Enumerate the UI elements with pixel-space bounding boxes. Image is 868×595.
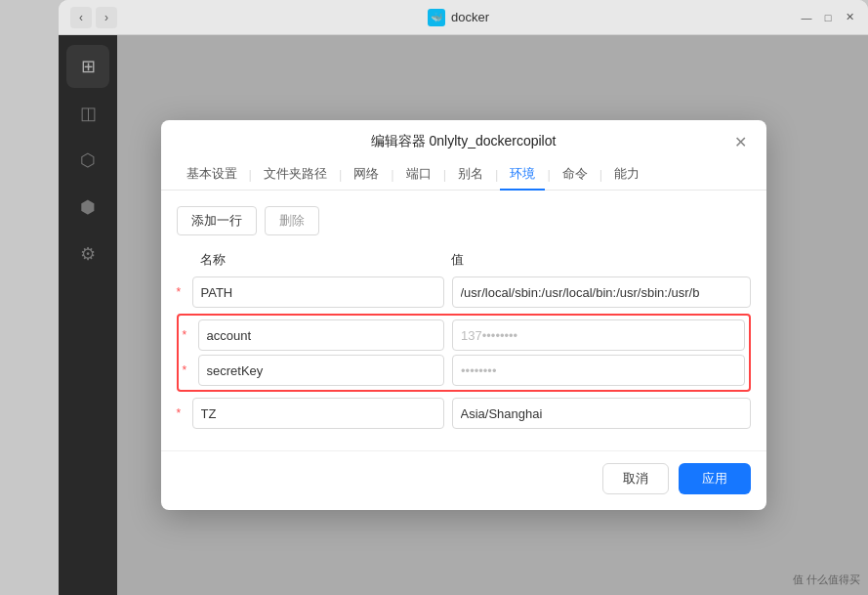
close-window-button[interactable]: ✕ [843, 11, 856, 24]
action-row: 添加一行 删除 [177, 206, 751, 235]
docker-logo: 🐳 [428, 9, 445, 26]
nav-forward[interactable]: › [96, 7, 117, 28]
window-controls: — □ ✕ [800, 11, 856, 24]
maximize-button[interactable]: □ [821, 11, 835, 24]
env-value-input-account[interactable] [452, 319, 744, 351]
modal-body: 添加一行 删除 名称 值 * [161, 191, 766, 450]
table-row: * [177, 276, 751, 308]
required-indicator: * [177, 406, 185, 420]
tab-basic[interactable]: 基本设置 [177, 159, 247, 191]
env-name-input-tz[interactable] [192, 398, 444, 429]
tab-network[interactable]: 网络 [344, 159, 389, 191]
app-background: ⊞ ◫ ⬡ ⬢ ⚙ 编辑容器 0nlylty_dockercopilot ✕ 基… [59, 35, 868, 595]
modal-title-bar: 编辑容器 0nlylty_dockercopilot ✕ [161, 120, 766, 151]
minimize-button[interactable]: — [800, 11, 813, 24]
tab-sep-5: | [493, 167, 500, 182]
cancel-button[interactable]: 取消 [602, 463, 669, 494]
tab-sep-3: | [389, 167, 395, 182]
tab-ports[interactable]: 端口 [396, 159, 441, 191]
tab-sep-1: | [247, 167, 254, 182]
nav-controls: ‹ › [70, 7, 117, 28]
table-header: 名称 值 [177, 247, 751, 273]
window-title: docker [451, 10, 489, 24]
tab-sep-7: | [598, 167, 604, 182]
modal-title: 编辑容器 0nlylty_dockercopilot [196, 133, 731, 150]
col-value-header: 值 [451, 251, 743, 269]
tab-command[interactable]: 命令 [553, 159, 598, 191]
tab-capability[interactable]: 能力 [604, 159, 649, 191]
col-name-header: 名称 [200, 251, 443, 269]
nav-back[interactable]: ‹ [70, 7, 92, 28]
modal-tabs: 基本设置 | 文件夹路径 | 网络 | 端口 | 别名 | 环境 | 命令 | … [161, 151, 766, 191]
title-bar: ‹ › 🐳 docker — □ ✕ [59, 0, 868, 35]
env-name-input-account[interactable] [198, 319, 445, 351]
table-row: * [183, 319, 745, 351]
required-indicator: * [183, 328, 190, 342]
apply-button[interactable]: 应用 [679, 463, 751, 494]
delete-row-button[interactable]: 删除 [265, 206, 319, 235]
required-indicator: * [183, 363, 190, 377]
table-row: * [183, 355, 745, 386]
env-value-input-path[interactable] [452, 276, 751, 308]
env-name-input-secretkey[interactable] [198, 355, 445, 386]
env-value-input-tz[interactable] [452, 398, 751, 429]
tab-sep-4: | [441, 167, 448, 182]
env-value-input-secretkey[interactable] [452, 355, 744, 386]
env-name-input-path[interactable] [192, 276, 444, 308]
modal-close-button[interactable]: ✕ [731, 132, 751, 151]
modal-overlay: 编辑容器 0nlylty_dockercopilot ✕ 基本设置 | 文件夹路… [59, 35, 868, 595]
table-row: * [177, 398, 751, 429]
edit-container-modal: 编辑容器 0nlylty_dockercopilot ✕ 基本设置 | 文件夹路… [161, 120, 766, 510]
tab-alias[interactable]: 别名 [448, 159, 493, 191]
os-window: ‹ › 🐳 docker — □ ✕ ⊞ ◫ ⬡ ⬢ ⚙ [59, 0, 868, 595]
tab-sep-2: | [337, 167, 344, 182]
tab-folder[interactable]: 文件夹路径 [254, 159, 337, 191]
highlight-box: * * [177, 314, 751, 392]
tab-sep-6: | [545, 167, 552, 182]
title-center: 🐳 docker [428, 9, 489, 26]
add-row-button[interactable]: 添加一行 [177, 206, 257, 235]
modal-footer: 取消 应用 [161, 450, 766, 510]
required-indicator: * [177, 285, 185, 299]
tab-env[interactable]: 环境 [500, 159, 545, 191]
